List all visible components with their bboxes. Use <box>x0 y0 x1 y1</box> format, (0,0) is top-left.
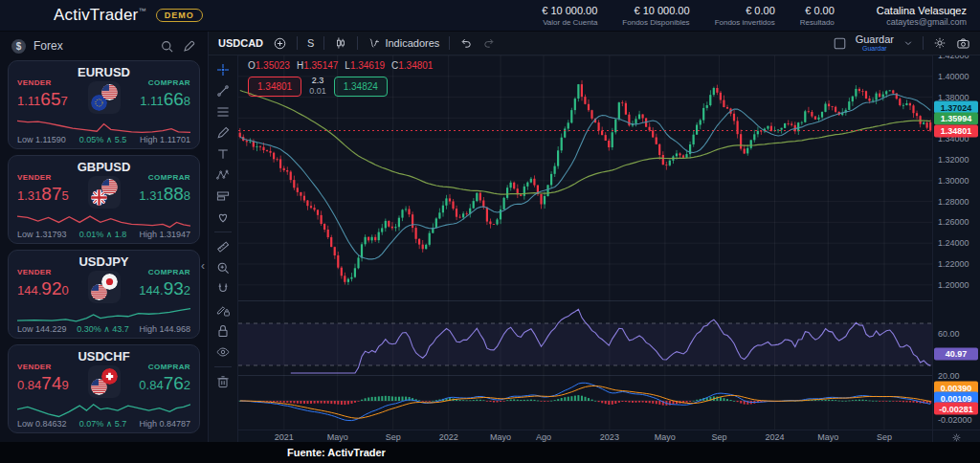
text-icon[interactable] <box>212 143 234 165</box>
us-flag-icon <box>101 179 118 195</box>
account-stat: € 10 000.00Valor de Cuenta <box>542 5 597 27</box>
search-icon[interactable] <box>160 39 174 54</box>
price-tick: 1.32000 <box>938 155 969 165</box>
emoji-icon[interactable] <box>212 207 234 228</box>
select-layout-checkbox[interactable] <box>834 37 846 50</box>
edit-list-icon[interactable] <box>182 39 196 54</box>
demo-badge: DEMO <box>156 9 203 22</box>
ohlc-C: C1.34801 <box>391 60 439 71</box>
change-value: 0.07% ∧ 5.7 <box>79 419 127 429</box>
ohlc-H: H1.35147 <box>297 60 345 71</box>
instrument-flags-icon <box>88 81 121 114</box>
price-badge: 1.35994 <box>934 112 978 124</box>
sell-quote[interactable]: VENDER 1.31875 <box>17 174 69 203</box>
instrument-symbol: USDCHF <box>17 349 190 364</box>
watchlist-item-USDJPY[interactable]: USDJPY VENDER 144.920 COMPRAR 144.932 Lo… <box>8 250 200 339</box>
time-tick: 2023 <box>600 432 619 442</box>
price-tick: 1.26000 <box>938 217 969 227</box>
change-value: 0.05% ∧ 5.5 <box>79 135 127 144</box>
timeframe-button[interactable]: S <box>307 37 314 49</box>
settings-gear-icon[interactable] <box>933 36 947 50</box>
chart-toolbar: USDCAD S Indicadores <box>209 32 980 55</box>
indicators-button[interactable]: Indicadores <box>368 36 439 50</box>
low-value: Low 1.11590 <box>17 135 66 144</box>
sparkline-chart <box>17 211 190 230</box>
sell-quote[interactable]: VENDER 144.920 <box>17 269 69 298</box>
time-tick: 2021 <box>275 432 294 442</box>
forex-group-label: Forex <box>33 39 63 53</box>
chart-symbol[interactable]: USDCAD <box>218 37 263 49</box>
ch-flag-icon <box>101 368 118 385</box>
sell-button[interactable]: 1.34801 <box>248 77 301 97</box>
sell-quote[interactable]: VENDER 1.11657 <box>17 79 68 108</box>
trademark: ™ <box>138 7 145 15</box>
buy-quote[interactable]: COMPRAR 1.31888 <box>139 174 190 203</box>
price-tick: 1.24000 <box>938 238 969 248</box>
time-tick: Sep <box>711 432 726 442</box>
high-value: High 1.31947 <box>139 230 190 239</box>
low-value: Low 144.229 <box>17 324 67 334</box>
screenshot-camera-icon[interactable] <box>956 36 970 51</box>
price-tick: 1.42000 <box>938 55 969 60</box>
undo-icon[interactable] <box>459 36 473 50</box>
buy-quote[interactable]: COMPRAR 0.84762 <box>139 364 190 392</box>
buy-button[interactable]: 1.34824 <box>334 77 388 97</box>
drawing-tools-column <box>209 55 238 430</box>
ohlc-legend: O1.35023H1.35147L1.34619C1.34801 <box>248 60 439 71</box>
high-value: High 0.84787 <box>139 419 190 429</box>
rsi-pane[interactable] <box>238 300 932 375</box>
buy-quote[interactable]: COMPRAR 1.11668 <box>140 79 190 108</box>
buy-quote[interactable]: COMPRAR 144.932 <box>139 269 190 298</box>
trash-icon[interactable] <box>212 371 234 392</box>
time-tick: Mayo <box>655 432 676 442</box>
rsi-tick: 60.00 <box>938 329 960 339</box>
user-email: cataytes@gmail.com <box>877 17 967 27</box>
watchlist-item-USDCHF[interactable]: USDCHF VENDER 0.84749 COMPRAR 0.84762 Lo… <box>8 344 200 433</box>
price-tick: 1.28000 <box>938 197 969 207</box>
add-symbol-icon[interactable] <box>273 36 287 51</box>
save-menu-chevron-icon[interactable] <box>903 38 913 48</box>
macd-pane[interactable] <box>238 375 932 430</box>
crosshair-icon[interactable] <box>212 59 234 80</box>
pattern-icon[interactable] <box>212 165 234 186</box>
hide-drawings-icon[interactable] <box>212 342 234 363</box>
collapse-sidebar-chevron[interactable]: ‹ <box>201 259 205 273</box>
source-footer: Fuente: ActivTrader <box>0 442 980 463</box>
long-position-icon[interactable] <box>212 186 234 207</box>
sparkline-chart <box>17 401 190 419</box>
trend-line-icon[interactable] <box>212 80 234 101</box>
spread-info: 2.3 0.01 <box>309 76 326 98</box>
watchlist-item-GBPUSD[interactable]: GBPUSD VENDER 1.31875 COMPRAR 1.31888 Lo… <box>8 155 200 244</box>
ohlc-L: L1.34619 <box>345 60 391 71</box>
price-tick: 1.20000 <box>938 280 969 290</box>
watchlist-item-EURUSD[interactable]: EURUSD VENDER 1.11657 COMPRAR 1.11668 Lo… <box>8 60 200 149</box>
price-tick: 1.22000 <box>938 259 969 269</box>
time-tick: 2024 <box>765 432 784 442</box>
rsi-badge: 40.97 <box>934 347 978 360</box>
ruler-icon[interactable] <box>212 236 234 257</box>
low-value: Low 1.31793 <box>17 230 67 239</box>
high-value: High 1.11701 <box>140 135 190 144</box>
price-badge: 1.34801 <box>934 124 978 137</box>
price-axis[interactable]: 1.420001.400001.380001.360001.340001.320… <box>932 55 980 430</box>
sell-quote[interactable]: VENDER 0.84749 <box>17 364 69 392</box>
chart-type-candles-icon[interactable] <box>334 36 347 50</box>
forex-group-icon: $ <box>11 39 26 54</box>
drawing-lock-icon[interactable] <box>212 299 234 320</box>
zoom-in-icon[interactable] <box>212 257 234 278</box>
watchlist-sidebar: $ Forex EURUSD VENDER 1.11657 <box>0 32 209 463</box>
user-account[interactable]: Catalina Velasuqez cataytes@gmail.com <box>859 5 967 27</box>
rsi-tick: 20.00 <box>938 371 960 381</box>
save-button[interactable]: Guardar Guardar <box>856 33 894 53</box>
magnet-icon[interactable] <box>212 278 234 299</box>
price-tick: 1.40000 <box>938 72 969 81</box>
brush-icon[interactable] <box>212 122 234 143</box>
fib-retracement-icon[interactable] <box>212 101 234 122</box>
chart-stage[interactable]: O1.35023H1.35147L1.34619C1.34801 1.34801… <box>238 55 932 430</box>
account-stats: € 10 000.00Valor de Cuenta€ 10 000.00Fon… <box>542 5 835 27</box>
lock-icon[interactable] <box>212 320 234 342</box>
time-tick: Sep <box>877 432 892 442</box>
sparkline-chart <box>17 117 190 135</box>
redo-icon[interactable] <box>482 36 496 50</box>
ohlc-O: O1.35023 <box>248 60 297 71</box>
